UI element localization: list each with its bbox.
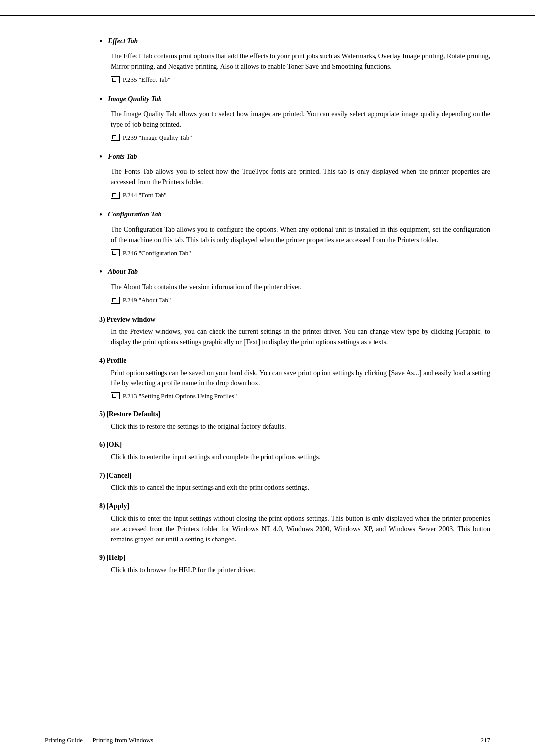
section-restore-defaults: 5) [Restore Defaults] Click this to rest… (99, 409, 490, 432)
bullet-body-4: The Configuration Tab allows you to conf… (111, 224, 490, 245)
bullet-effect-tab: • Effect Tab The Effect Tab contains pri… (99, 36, 490, 85)
bullet-configuration-tab: • Configuration Tab The Configuration Ta… (99, 209, 490, 258)
section-body-5: Click this to restore the settings to th… (111, 421, 490, 432)
ref-icon-profile (111, 392, 120, 399)
section-apply: 8) [Apply] Click this to enter the input… (99, 501, 490, 544)
bullet-title-4: Configuration Tab (108, 209, 161, 219)
section-title-4: 4) Profile (99, 355, 490, 366)
bullet-dot-5: • (99, 266, 102, 279)
ref-link-3: P.244 "Font Tab" (111, 190, 490, 200)
ref-link-2: P.239 "Image Quality Tab" (111, 133, 490, 143)
section-body-6: Click this to enter the input settings a… (111, 452, 490, 462)
bullet-fonts-tab: • Fonts Tab The Fonts Tab allows you to … (99, 151, 490, 200)
ref-icon-3 (111, 192, 120, 199)
ref-text-3: P.244 "Font Tab" (123, 190, 167, 200)
section-title-5: 5) [Restore Defaults] (99, 409, 490, 419)
bullet-body-2: The Image Quality Tab allows you to sele… (111, 109, 490, 130)
section-preview-window: 3) Preview window In the Preview windows… (99, 314, 490, 347)
section-body-3: In the Preview windows, you can check th… (111, 326, 490, 347)
ref-text-1: P.235 "Effect Tab" (123, 75, 170, 85)
bullet-title-5: About Tab (108, 267, 138, 277)
ref-link-profile: P.213 "Setting Print Options Using Profi… (111, 391, 490, 401)
section-ok: 6) [OK] Click this to enter the input se… (99, 439, 490, 462)
ref-text-profile: P.213 "Setting Print Options Using Profi… (123, 391, 237, 401)
content-area: • Effect Tab The Effect Tab contains pri… (0, 16, 535, 603)
ref-link-1: P.235 "Effect Tab" (111, 75, 490, 85)
ref-text-4: P.246 "Configuration Tab" (123, 248, 191, 258)
section-profile: 4) Profile Print option settings can be … (99, 355, 490, 401)
page-container: • Effect Tab The Effect Tab contains pri… (0, 0, 535, 756)
section-body-7: Click this to cancel the input settings … (111, 483, 490, 493)
bullet-body-1: The Effect Tab contains print options th… (111, 51, 490, 72)
bullet-body-3: The Fonts Tab allows you to select how t… (111, 166, 490, 187)
section-title-3: 3) Preview window (99, 314, 490, 324)
ref-link-4: P.246 "Configuration Tab" (111, 248, 490, 258)
bullet-title-2: Image Quality Tab (108, 94, 161, 104)
bullet-title-3: Fonts Tab (108, 151, 137, 162)
bullet-dot-3: • (99, 150, 102, 163)
ref-icon-5 (111, 297, 120, 304)
bullet-dot-2: • (99, 93, 102, 106)
ref-text-2: P.239 "Image Quality Tab" (123, 133, 192, 143)
section-cancel: 7) [Cancel] Click this to cancel the inp… (99, 470, 490, 493)
bullet-dot-1: • (99, 35, 102, 48)
section-title-9: 9) [Help] (99, 552, 490, 563)
page-footer: Printing Guide — Printing from Windows 2… (0, 732, 535, 744)
footer-page-number: 217 (481, 736, 491, 744)
bullet-title-1: Effect Tab (108, 36, 138, 46)
ref-icon-4 (111, 249, 120, 256)
bullet-about-tab: • About Tab The About Tab contains the v… (99, 267, 490, 305)
ref-link-5: P.249 "About Tab" (111, 295, 490, 305)
section-body-8: Click this to enter the input settings w… (111, 513, 490, 544)
bullet-image-quality-tab: • Image Quality Tab The Image Quality Ta… (99, 94, 490, 143)
section-title-7: 7) [Cancel] (99, 470, 490, 481)
ref-icon-2 (111, 134, 120, 141)
section-body-4: Print option settings can be saved on yo… (111, 368, 490, 388)
footer-left-text: Printing Guide — Printing from Windows (45, 736, 153, 744)
ref-icon-1 (111, 76, 120, 83)
section-title-8: 8) [Apply] (99, 501, 490, 511)
ref-text-5: P.249 "About Tab" (123, 295, 171, 305)
section-title-6: 6) [OK] (99, 439, 490, 450)
bullet-dot-4: • (99, 208, 102, 221)
section-body-9: Click this to browse the HELP for the pr… (111, 565, 490, 575)
section-help: 9) [Help] Click this to browse the HELP … (99, 552, 490, 575)
bullet-body-5: The About Tab contains the version infor… (111, 282, 490, 292)
